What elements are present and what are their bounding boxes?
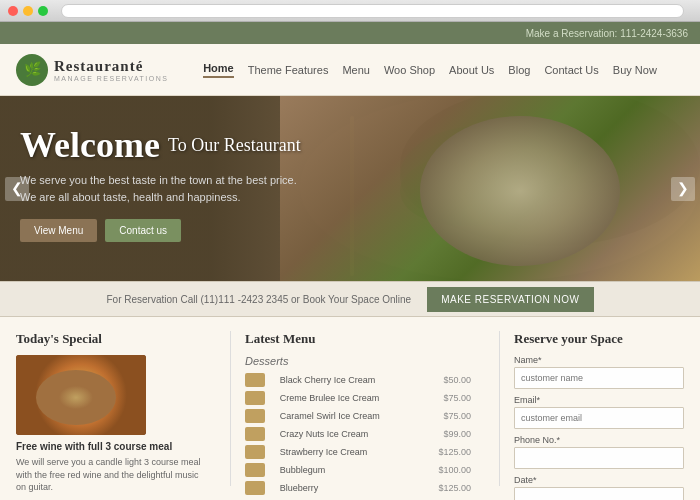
minimize-dot[interactable] bbox=[23, 6, 33, 16]
form-field: Date* bbox=[514, 475, 684, 500]
nav-contact-us[interactable]: Contact Us bbox=[544, 64, 598, 76]
menu-item-icon-cell bbox=[245, 389, 280, 407]
hero-welcome-heading: Welcome To Our Restaurant bbox=[20, 124, 680, 166]
menu-item-price: $75.00 bbox=[424, 389, 471, 407]
form-field: Phone No.* bbox=[514, 435, 684, 469]
nav-buy-now[interactable]: Buy Now bbox=[613, 64, 657, 76]
hero-welcome-sub: To Our Restaurant bbox=[168, 135, 301, 156]
reservation-bar-text: For Reservation Call (11)111 -2423 2345 … bbox=[107, 294, 412, 305]
make-reservation-button[interactable]: MAKE RESERVATION NOW bbox=[427, 287, 593, 312]
todays-special-title: Today's Special bbox=[16, 331, 202, 347]
logo-icon: 🌿 bbox=[16, 54, 48, 86]
nav-theme-features[interactable]: Theme Features bbox=[248, 64, 329, 76]
menu-item-icon-cell bbox=[245, 443, 280, 461]
nav-woo-shop[interactable]: Woo Shop bbox=[384, 64, 435, 76]
menu-item-icon bbox=[245, 463, 265, 477]
menu-table-row: Bubblegum $100.00 bbox=[245, 461, 471, 479]
logo-area: 🌿 Restauranté Manage Reservations bbox=[16, 54, 176, 86]
url-bar[interactable] bbox=[61, 4, 684, 18]
divider-left bbox=[230, 331, 231, 486]
reservation-phone: Make a Reservation: 111-2424-3636 bbox=[526, 28, 688, 39]
divider-right bbox=[499, 331, 500, 486]
menu-item-icon-cell bbox=[245, 479, 280, 497]
nav-menu[interactable]: Menu bbox=[342, 64, 370, 76]
menu-item-name: Strawberry Ice Cream bbox=[280, 443, 424, 461]
menu-item-name: Caramel Swirl Ice Cream bbox=[280, 407, 424, 425]
form-input-0[interactable] bbox=[514, 367, 684, 389]
menu-table-row: Caramel Swirl Ice Cream $75.00 bbox=[245, 407, 471, 425]
menu-item-name: Black Cherry Ice Cream bbox=[280, 371, 424, 389]
view-menu-button[interactable]: View Menu bbox=[20, 219, 97, 242]
special-food-image bbox=[16, 355, 146, 435]
hero-description: We serve you the best taste in the town … bbox=[20, 172, 300, 205]
form-input-2[interactable] bbox=[514, 447, 684, 469]
menu-table-row: Crazy Nuts Ice Cream $99.00 bbox=[245, 425, 471, 443]
menu-item-icon-cell bbox=[245, 461, 280, 479]
special-caption: Free wine with full 3 course meal bbox=[16, 441, 202, 452]
todays-special-section: Today's Special Free wine with full 3 co… bbox=[16, 331, 216, 486]
menu-item-name: Creme Brulee Ice Cream bbox=[280, 389, 424, 407]
main-content: Today's Special Free wine with full 3 co… bbox=[0, 317, 700, 500]
maximize-dot[interactable] bbox=[38, 6, 48, 16]
menu-item-icon-cell bbox=[245, 407, 280, 425]
nav-home[interactable]: Home bbox=[203, 62, 234, 78]
logo-text-area: Restauranté Manage Reservations bbox=[54, 58, 168, 82]
reserve-space-title: Reserve your Space bbox=[514, 331, 684, 347]
menu-category-label: Desserts bbox=[245, 355, 471, 367]
form-label-0: Name* bbox=[514, 355, 684, 365]
menu-item-icon bbox=[245, 391, 265, 405]
reservation-form: Name* Email* Phone No.* Date* bbox=[514, 355, 684, 500]
menu-item-price: $100.00 bbox=[424, 461, 471, 479]
reserve-space-section: Reserve your Space Name* Email* Phone No… bbox=[514, 331, 684, 486]
menu-item-price: $125.00 bbox=[424, 443, 471, 461]
latest-menu-title: Latest Menu bbox=[245, 331, 471, 347]
pizza-toppings bbox=[36, 370, 116, 425]
main-nav: Home Theme Features Menu Woo Shop About … bbox=[176, 62, 684, 78]
hero-section: Welcome To Our Restaurant We serve you t… bbox=[0, 96, 700, 281]
form-field: Email* bbox=[514, 395, 684, 429]
form-input-1[interactable] bbox=[514, 407, 684, 429]
menu-item-icon-cell bbox=[245, 425, 280, 443]
form-field: Name* bbox=[514, 355, 684, 389]
menu-item-price: $75.00 bbox=[424, 407, 471, 425]
menu-item-icon-cell bbox=[245, 371, 280, 389]
menu-item-price: $125.00 bbox=[424, 479, 471, 497]
menu-item-icon bbox=[245, 427, 265, 441]
hero-welcome-main: Welcome bbox=[20, 124, 160, 166]
form-label-1: Email* bbox=[514, 395, 684, 405]
menu-item-name: Bubblegum bbox=[280, 461, 424, 479]
menu-item-icon bbox=[245, 373, 265, 387]
top-bar: Make a Reservation: 111-2424-3636 bbox=[0, 22, 700, 44]
form-label-3: Date* bbox=[514, 475, 684, 485]
logo-subtitle: Manage Reservations bbox=[54, 75, 168, 82]
menu-table-row: Black Cherry Ice Cream $50.00 bbox=[245, 371, 471, 389]
form-input-3[interactable] bbox=[514, 487, 684, 500]
contact-button[interactable]: Contact us bbox=[105, 219, 181, 242]
menu-table: Black Cherry Ice Cream $50.00 Creme Brul… bbox=[245, 371, 471, 497]
nav-about-us[interactable]: About Us bbox=[449, 64, 494, 76]
menu-table-row: Blueberry $125.00 bbox=[245, 479, 471, 497]
browser-chrome bbox=[0, 0, 700, 22]
nav-blog[interactable]: Blog bbox=[508, 64, 530, 76]
menu-table-row: Strawberry Ice Cream $125.00 bbox=[245, 443, 471, 461]
reservation-bar: For Reservation Call (11)111 -2423 2345 … bbox=[0, 281, 700, 317]
menu-item-name: Blueberry bbox=[280, 479, 424, 497]
special-description: We will serve you a candle light 3 cours… bbox=[16, 456, 202, 494]
header: 🌿 Restauranté Manage Reservations Home T… bbox=[0, 44, 700, 96]
latest-menu-section: Latest Menu Desserts Black Cherry Ice Cr… bbox=[245, 331, 485, 486]
menu-item-name: Crazy Nuts Ice Cream bbox=[280, 425, 424, 443]
close-dot[interactable] bbox=[8, 6, 18, 16]
menu-item-icon bbox=[245, 445, 265, 459]
menu-item-icon bbox=[245, 481, 265, 495]
menu-item-icon bbox=[245, 409, 265, 423]
menu-table-row: Creme Brulee Ice Cream $75.00 bbox=[245, 389, 471, 407]
menu-item-price: $50.00 bbox=[424, 371, 471, 389]
hero-content: Welcome To Our Restaurant We serve you t… bbox=[0, 96, 700, 270]
menu-item-price: $99.00 bbox=[424, 425, 471, 443]
hero-buttons: View Menu Contact us bbox=[20, 219, 680, 242]
form-label-2: Phone No.* bbox=[514, 435, 684, 445]
logo-title: Restauranté bbox=[54, 58, 168, 75]
